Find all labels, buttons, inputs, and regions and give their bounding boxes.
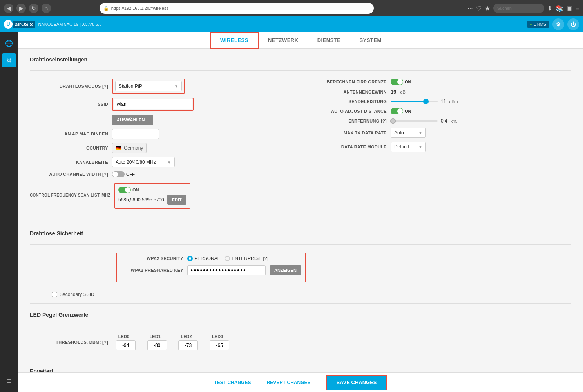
anzeigen-button[interactable]: ANZEIGEN bbox=[270, 265, 301, 275]
scan-list-track[interactable] bbox=[118, 187, 131, 193]
led0-col: LED0 – bbox=[112, 334, 136, 350]
auto-adjust-toggle[interactable]: ON bbox=[391, 108, 411, 114]
wireless-settings-grid: DRAHTLOSMODUS [?] Station PtP ▼ SSID bbox=[30, 79, 571, 213]
secondary-ssid-checkbox[interactable] bbox=[52, 292, 57, 297]
save-changes-button[interactable]: SAVE CHANGES bbox=[326, 375, 387, 390]
reload-button[interactable]: ↻ bbox=[29, 4, 38, 13]
led2-input[interactable] bbox=[178, 340, 198, 350]
auto-channel-row: AUTO CHANNEL WIDTH [?] OFF bbox=[30, 171, 293, 177]
led3-col: LED3 – bbox=[206, 334, 229, 350]
scan-edit-button[interactable]: EDIT bbox=[167, 195, 186, 205]
max-tx-dropdown[interactable]: Auto ▼ bbox=[391, 128, 426, 138]
sendeleistung-thumb[interactable] bbox=[423, 99, 429, 104]
berechnen-value: ON bbox=[405, 79, 411, 84]
sidebar-toggle-button[interactable]: ▣ bbox=[567, 5, 572, 12]
entfernung-slider-container[interactable]: 0.4 km. bbox=[391, 118, 457, 124]
tab-netzwerk[interactable]: NETZWERK bbox=[259, 32, 308, 49]
auto-adjust-label: AUTO ADJUST DISTANCE bbox=[308, 109, 387, 114]
right-section: BERECHNEN EIRP GRENZE ON ANTENNENGEWINN bbox=[293, 79, 571, 213]
browser-menu-button[interactable]: ≡ bbox=[576, 5, 579, 12]
led3-input[interactable] bbox=[210, 340, 229, 350]
auto-adjust-track[interactable] bbox=[391, 108, 403, 114]
page-content[interactable]: Drahtloseinstellungen DRAHTLOSMODUS [?] … bbox=[18, 49, 583, 372]
sendeleistung-slider-track[interactable] bbox=[391, 101, 438, 102]
wireless-settings-title: Drahtloseinstellungen bbox=[30, 56, 571, 63]
back-button[interactable]: ◀ bbox=[4, 4, 13, 13]
antennengewinn-value: 19 bbox=[391, 89, 396, 95]
led-thresholds-row: THRESHOLDS, dBm: [?] LED0 – LED1 bbox=[30, 334, 571, 350]
ssid-row: SSID bbox=[30, 98, 293, 111]
drahtlosmodus-dropdown[interactable]: Station PtP ▼ bbox=[115, 81, 182, 91]
auto-channel-knob bbox=[112, 172, 118, 177]
forward-button[interactable]: ▶ bbox=[16, 4, 26, 13]
auto-channel-label: AUTO CHANNEL WIDTH [?] bbox=[30, 172, 108, 177]
led2-minus-icon[interactable]: – bbox=[175, 342, 178, 349]
led0-header: LED0 bbox=[118, 334, 129, 339]
bookmark-button[interactable]: ♡ bbox=[476, 5, 482, 12]
kanalbreite-dropdown[interactable]: Auto 20/40/80 MHz ▼ bbox=[112, 157, 175, 167]
enterprise-radio[interactable]: ENTERPRISE [?] bbox=[225, 256, 268, 261]
test-changes-button[interactable]: TEST CHANGES bbox=[214, 380, 251, 385]
scan-list-on-label: ON bbox=[132, 188, 139, 192]
sendeleistung-unit: dBm bbox=[449, 99, 458, 104]
logout-button[interactable]: ⏻ bbox=[567, 18, 579, 30]
wpa2-key-row: WPA2 PRESHARED KEY ANZEIGEN bbox=[121, 265, 301, 275]
sidebar-settings-button[interactable]: ⚙ bbox=[2, 53, 16, 67]
star-button[interactable]: ★ bbox=[485, 5, 490, 12]
sendeleistung-fill bbox=[391, 101, 426, 102]
drahtlosmodus-label: DRAHTLOSMODUS [?] bbox=[30, 84, 108, 89]
sendeleistung-slider-container[interactable]: 11 dBm bbox=[391, 99, 458, 104]
led1-minus-icon[interactable]: – bbox=[143, 342, 147, 349]
antennengewinn-unit: dBi bbox=[400, 90, 406, 94]
url-text: https://192.168.1.20/#wireless bbox=[111, 6, 168, 11]
mac-input[interactable] bbox=[112, 129, 159, 139]
secondary-ssid-label: Secondary SSID bbox=[60, 292, 94, 297]
top-nav: WIRELESS NETZWERK DIENSTE SYSTEM bbox=[18, 32, 583, 49]
download-button[interactable]: ⬇ bbox=[547, 5, 552, 12]
led0-minus-icon[interactable]: – bbox=[112, 342, 115, 349]
led0-input[interactable] bbox=[116, 340, 136, 350]
sidebar-globe-button[interactable]: 🌐 bbox=[2, 36, 16, 50]
scan-list-toggle[interactable]: ON bbox=[118, 187, 139, 193]
led3-minus-icon[interactable]: – bbox=[206, 342, 209, 349]
secondary-ssid-row: Secondary SSID bbox=[30, 292, 571, 297]
auto-channel-track[interactable] bbox=[112, 171, 125, 177]
unms-badge[interactable]: ● UNMS bbox=[527, 21, 549, 28]
search-input[interactable] bbox=[493, 4, 544, 13]
drahtlosmodus-row: DRAHTLOSMODUS [?] Station PtP ▼ bbox=[30, 79, 293, 94]
personal-radio[interactable]: PERSONAL bbox=[187, 256, 220, 261]
data-rate-arrow-icon: ▼ bbox=[418, 145, 422, 149]
tab-dienste[interactable]: DIENSTE bbox=[308, 32, 350, 49]
home-button[interactable]: ⌂ bbox=[42, 4, 51, 13]
more-button[interactable]: ··· bbox=[467, 5, 473, 12]
scan-on-row: ON bbox=[118, 187, 186, 193]
max-tx-label: MAX TX DATA RATE bbox=[308, 130, 387, 135]
tab-wireless[interactable]: WIRELESS bbox=[210, 32, 259, 49]
ssid-box bbox=[112, 98, 194, 111]
berechnen-toggle[interactable]: ON bbox=[391, 79, 411, 85]
data-rate-dropdown[interactable]: Default ▼ bbox=[391, 142, 426, 152]
led1-input[interactable] bbox=[147, 340, 167, 350]
berechnen-track[interactable] bbox=[391, 79, 403, 85]
wpa2-radio-group: PERSONAL ENTERPRISE [?] bbox=[187, 256, 268, 261]
tab-system[interactable]: SYSTEM bbox=[350, 32, 391, 49]
auswahlen-button[interactable]: AUSWÄHLEN... bbox=[112, 115, 153, 125]
library-button[interactable]: 📚 bbox=[556, 5, 563, 12]
sidebar-menu-button[interactable]: ≡ bbox=[2, 374, 16, 388]
drahtlosmodus-box: Station PtP ▼ bbox=[112, 79, 185, 94]
entfernung-slider-track[interactable] bbox=[391, 120, 438, 122]
kanalbreite-label: KANALBREITE bbox=[30, 160, 108, 164]
revert-changes-button[interactable]: REVERT CHANGES bbox=[266, 380, 310, 385]
wrench-button[interactable]: ⚙ bbox=[552, 18, 564, 30]
left-section: DRAHTLOSMODUS [?] Station PtP ▼ SSID bbox=[30, 79, 293, 213]
address-bar[interactable]: 🔒 https://192.168.1.20/#wireless bbox=[100, 3, 374, 14]
content-area: WIRELESS NETZWERK DIENSTE SYSTEM Drahtlo… bbox=[18, 32, 583, 392]
country-flag: 🇩🇪 bbox=[116, 145, 121, 151]
ssid-input[interactable] bbox=[114, 99, 192, 109]
entfernung-thumb[interactable] bbox=[390, 118, 396, 124]
wpa2-key-input[interactable] bbox=[187, 265, 266, 275]
security-title: Drahtlose Sicherheit bbox=[30, 230, 571, 237]
secondary-ssid-checkbox-item[interactable]: Secondary SSID bbox=[52, 292, 94, 297]
wpa2-box: WPA2 SECURITY PERSONAL ENTERPRISE [?] bbox=[116, 253, 306, 282]
auto-channel-toggle[interactable]: OFF bbox=[112, 171, 135, 177]
